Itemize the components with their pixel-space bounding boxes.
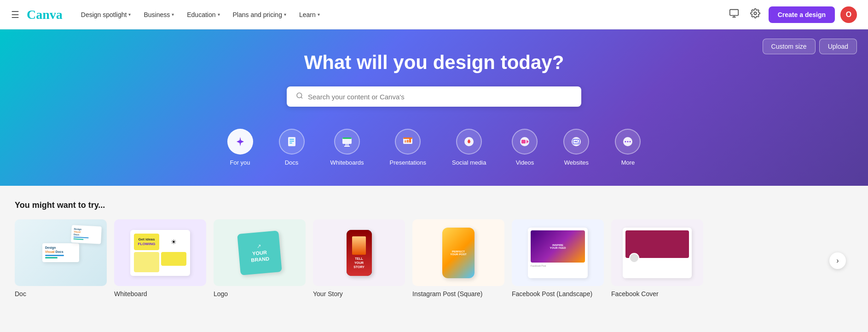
category-label: For you — [230, 159, 250, 166]
card-whiteboard[interactable]: Get ideasFLOWING ☀ Whiteboard — [114, 219, 206, 298]
monitor-icon[interactable] — [726, 6, 742, 23]
category-more[interactable]: More — [602, 125, 654, 170]
canva-logo[interactable]: Canva — [27, 7, 63, 22]
presentations-icon — [395, 129, 421, 155]
category-docs[interactable]: Docs — [266, 125, 318, 170]
svg-rect-14 — [403, 137, 412, 139]
category-videos[interactable]: Videos — [499, 125, 550, 170]
card-label: Instagram Post (Square) — [412, 290, 483, 298]
card-instagram-image: PERFECTYOUR POST — [412, 219, 504, 286]
chevron-down-icon: ▾ — [172, 12, 174, 17]
svg-point-2 — [297, 93, 302, 98]
search-icon — [296, 92, 303, 101]
nav-right-actions: Create a design O — [726, 6, 857, 23]
category-label: Docs — [285, 159, 299, 166]
svg-rect-7 — [289, 143, 292, 143]
svg-point-27 — [627, 141, 629, 143]
category-websites[interactable]: Websites — [550, 125, 602, 170]
card-label: Whiteboard — [114, 290, 147, 298]
hero-title: What will you design today? — [304, 52, 564, 74]
card-label: Your Story — [313, 290, 343, 298]
card-logo[interactable]: ↗ YOURBRAND Logo — [214, 219, 306, 298]
nav-plans-pricing[interactable]: Plans and pricing ▾ — [227, 7, 292, 22]
card-your-story[interactable]: TELLYOURSTORY Your Story — [313, 219, 405, 298]
whiteboards-icon — [334, 129, 360, 155]
cards-container: DesignVisual Docs DesignVisualDocs Doc — [15, 219, 853, 302]
svg-point-28 — [630, 141, 631, 143]
card-story-image: TELLYOURSTORY — [313, 219, 405, 286]
category-social-media[interactable]: Social media — [439, 125, 499, 170]
nav-education[interactable]: Education ▾ — [181, 7, 225, 22]
category-label: Videos — [516, 159, 534, 166]
suggestions-title: You might want to try... — [15, 200, 853, 210]
card-instagram-post[interactable]: PERFECTYOUR POST Instagram Post (Square) — [412, 219, 504, 298]
svg-rect-9 — [342, 137, 352, 139]
card-label: Logo — [214, 290, 228, 298]
chevron-down-icon: ▾ — [284, 12, 286, 17]
svg-rect-0 — [730, 10, 738, 16]
card-fb-post-image: INSPIREYOUR FEED Facebook Post — [512, 219, 604, 286]
card-logo-image: ↗ YOURBRAND — [214, 219, 306, 286]
upload-button[interactable]: Upload — [819, 39, 857, 54]
svg-rect-20 — [521, 140, 526, 143]
chevron-down-icon: ▾ — [128, 12, 131, 17]
card-fb-cover-image — [611, 219, 703, 286]
chevron-down-icon: ▾ — [318, 12, 320, 17]
card-whiteboard-image: Get ideasFLOWING ☀ — [114, 219, 206, 286]
card-facebook-cover[interactable]: Facebook Cover — [611, 219, 703, 298]
videos-icon — [512, 129, 538, 155]
gear-icon[interactable] — [747, 6, 763, 23]
card-label: Facebook Cover — [611, 290, 659, 298]
for-you-icon — [227, 129, 253, 155]
search-bar — [287, 86, 581, 107]
svg-rect-16 — [407, 140, 409, 143]
svg-point-24 — [578, 142, 579, 143]
category-presentations[interactable]: Presentations — [377, 125, 440, 170]
category-label: Social media — [452, 159, 486, 166]
card-facebook-post[interactable]: INSPIREYOUR FEED Facebook Post Facebook … — [512, 219, 604, 298]
svg-point-26 — [625, 141, 626, 143]
svg-rect-15 — [405, 140, 406, 143]
avatar[interactable]: O — [840, 6, 857, 23]
category-label: Presentations — [390, 159, 427, 166]
svg-point-1 — [754, 12, 757, 15]
hero-section: Custom size Upload What will you design … — [0, 29, 868, 186]
category-whiteboards[interactable]: Whiteboards — [318, 125, 377, 170]
nav-learn[interactable]: Learn ▾ — [294, 7, 325, 22]
search-input[interactable] — [308, 93, 572, 101]
cards-row: DesignVisual Docs DesignVisualDocs Doc — [15, 219, 853, 302]
websites-icon — [563, 129, 589, 155]
social-media-icon — [456, 129, 482, 155]
hamburger-icon[interactable]: ☰ — [11, 9, 19, 20]
create-design-button[interactable]: Create a design — [769, 6, 835, 23]
navbar: ☰ Canva Design spotlight ▾ Business ▾ Ed… — [0, 0, 868, 29]
more-icon — [615, 129, 641, 155]
category-label: More — [621, 159, 635, 166]
category-label: Whiteboards — [330, 159, 364, 166]
scroll-right-button[interactable]: › — [829, 252, 846, 269]
category-for-you[interactable]: For you — [214, 125, 266, 170]
suggestions-section: You might want to try... DesignVisual Do… — [0, 186, 868, 309]
nav-design-spotlight[interactable]: Design spotlight ▾ — [75, 7, 137, 22]
custom-size-button[interactable]: Custom size — [763, 39, 816, 54]
card-doc[interactable]: DesignVisual Docs DesignVisualDocs Doc — [15, 219, 107, 298]
nav-business[interactable]: Business ▾ — [138, 7, 179, 22]
card-doc-image: DesignVisual Docs DesignVisualDocs — [15, 219, 107, 286]
hero-actions: Custom size Upload — [763, 39, 857, 54]
card-label: Facebook Post (Landscape) — [512, 290, 592, 298]
chevron-down-icon: ▾ — [218, 12, 220, 17]
nav-links: Design spotlight ▾ Business ▾ Education … — [75, 7, 726, 22]
categories-bar: For you Docs — [214, 125, 654, 170]
svg-rect-5 — [289, 139, 294, 140]
svg-rect-17 — [409, 139, 411, 143]
docs-icon — [279, 129, 305, 155]
card-label: Doc — [15, 290, 26, 298]
svg-rect-6 — [289, 141, 294, 142]
category-label: Websites — [564, 159, 589, 166]
